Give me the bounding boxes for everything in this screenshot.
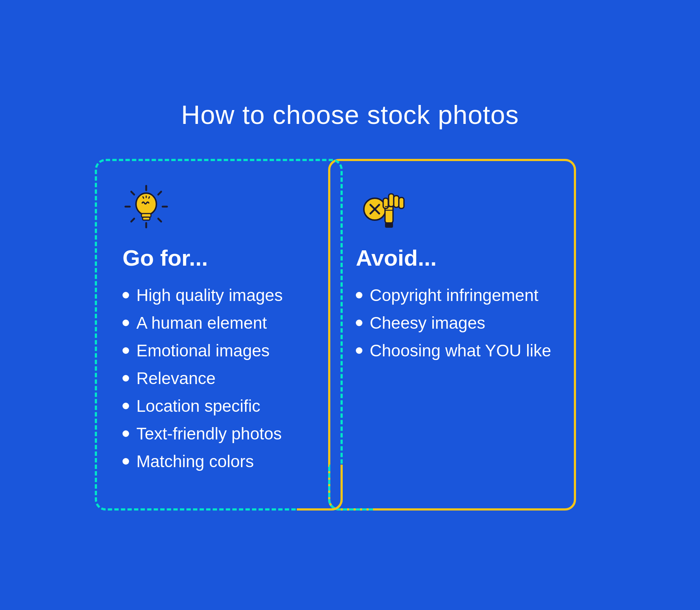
list-item: High quality images bbox=[122, 285, 319, 305]
cards-container: Go for... High quality images A human el… bbox=[95, 159, 605, 511]
page-title: How to choose stock photos bbox=[181, 100, 519, 130]
bullet-icon bbox=[122, 347, 129, 354]
stop-hand-icon bbox=[356, 183, 407, 234]
list-item: Choosing what YOU like bbox=[356, 341, 552, 360]
bullet-icon bbox=[122, 458, 129, 465]
card-go: Go for... High quality images A human el… bbox=[95, 159, 343, 511]
list-item: Location specific bbox=[122, 396, 319, 416]
go-heading: Go for... bbox=[122, 245, 319, 271]
svg-rect-18 bbox=[389, 194, 394, 207]
card-avoid: Avoid... Copyright infringement Cheesy i… bbox=[328, 159, 576, 511]
svg-line-13 bbox=[149, 197, 149, 198]
svg-line-7 bbox=[131, 219, 134, 222]
lightbulb-icon bbox=[122, 183, 174, 234]
svg-rect-22 bbox=[385, 222, 393, 228]
avoid-list: Copyright infringement Cheesy images Cho… bbox=[356, 285, 552, 360]
svg-line-6 bbox=[158, 192, 161, 195]
bullet-icon bbox=[122, 292, 129, 298]
svg-line-5 bbox=[158, 219, 161, 222]
bullet-icon bbox=[356, 320, 362, 326]
bullet-icon bbox=[122, 403, 129, 409]
list-item: Relevance bbox=[122, 368, 319, 388]
list-item: Copyright infringement bbox=[356, 285, 552, 305]
svg-rect-19 bbox=[394, 196, 399, 207]
bullet-icon bbox=[356, 347, 362, 354]
svg-line-4 bbox=[131, 192, 134, 195]
svg-line-11 bbox=[143, 197, 144, 198]
svg-rect-20 bbox=[399, 198, 404, 208]
list-item: Text-friendly photos bbox=[122, 424, 319, 443]
svg-rect-10 bbox=[143, 217, 150, 220]
bullet-icon bbox=[122, 430, 129, 437]
list-item: Cheesy images bbox=[356, 313, 552, 333]
go-list: High quality images A human element Emot… bbox=[122, 285, 319, 471]
bullet-icon bbox=[356, 292, 362, 298]
list-item: A human element bbox=[122, 313, 319, 333]
bullet-icon bbox=[122, 320, 129, 326]
bullet-icon bbox=[122, 375, 129, 382]
list-item: Matching colors bbox=[122, 451, 319, 471]
list-item: Emotional images bbox=[122, 341, 319, 360]
avoid-heading: Avoid... bbox=[356, 245, 552, 271]
